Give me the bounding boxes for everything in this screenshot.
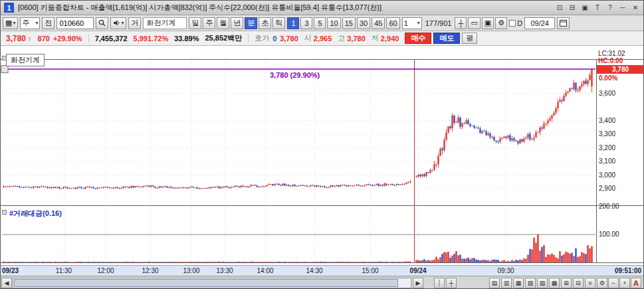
interval-button-5[interactable]: 5 xyxy=(314,17,326,29)
period-button-년[interactable]: 년 xyxy=(231,17,243,29)
chart-scrollbar[interactable] xyxy=(13,278,411,288)
chart-area-icon[interactable]: ▤ xyxy=(489,278,500,288)
scroll-right-button[interactable]: ▶ xyxy=(413,278,423,288)
date-display[interactable]: 09/24 xyxy=(524,17,555,29)
chevron-down-icon: ▾ xyxy=(13,20,15,26)
chart-menu-icon: ▦ xyxy=(5,19,12,27)
limit-price-annotation: 3,780 (29.90%) xyxy=(270,71,320,79)
checkbox-icon[interactable] xyxy=(509,20,516,27)
window-controls: ⊡⊟▣T?─✕ xyxy=(555,3,640,13)
trader-toggle-button[interactable]: 거 xyxy=(128,17,141,29)
scroll-left-button[interactable]: ◀ xyxy=(1,278,12,288)
chart-point-icon[interactable]: ▩ xyxy=(549,278,560,288)
d-checkbox-label: D xyxy=(517,19,522,27)
scrollbar-thumb[interactable] xyxy=(14,279,398,287)
chart-bar-icon[interactable]: ▦ xyxy=(513,278,524,288)
title-bar[interactable]: 1 [0600] 키움종합차트 - 매출액[1,619(억)] 시가총액[832… xyxy=(1,1,643,15)
chart-candle-icon[interactable]: ▥ xyxy=(501,278,512,288)
custom-interval-select[interactable]: 1▾ xyxy=(402,17,422,29)
kiwoom-chart-window: 1 [0600] 키움종합차트 - 매출액[1,619(억)] 시가총액[832… xyxy=(0,0,644,289)
save-chart-icon[interactable]: ▣ xyxy=(482,17,494,29)
axis-end-time: 09:51:00 xyxy=(615,267,641,274)
time-axis-label: 09/23 xyxy=(2,267,19,274)
low-value: 2,940 xyxy=(381,35,399,43)
time-axis-label: 14:30 xyxy=(306,267,322,274)
always-on-top-icon[interactable]: T xyxy=(593,3,602,13)
asset-type-value: 주 xyxy=(22,18,29,28)
search-icon xyxy=(98,19,106,27)
volume-panel-marker[interactable] xyxy=(2,210,7,215)
period-button-초[interactable]: 초 xyxy=(259,17,271,29)
period-button-주[interactable]: 주 xyxy=(203,17,215,29)
lower-limit-distance: LC:31.02 xyxy=(598,50,625,57)
tools-icon[interactable]: ⚙ xyxy=(597,278,607,288)
chart-toolbar: ▦▾ 주▾ 전 ▾ 거 화천기계 일주월년분초틱 1351015304560 1… xyxy=(1,15,643,31)
dropline-icon[interactable]: ┆ xyxy=(434,278,445,288)
chart-settings-icon[interactable]: ⚙ xyxy=(495,17,507,29)
zoom-in-icon[interactable]: ⊞ xyxy=(561,278,572,288)
asset-type-select[interactable]: 주▾ xyxy=(20,17,40,29)
indicator-list-icon[interactable]: ≡ xyxy=(585,278,595,288)
zoom-out-button[interactable]: − xyxy=(608,278,619,288)
copy-window-icon[interactable]: ⊡ xyxy=(555,3,564,13)
crosshair-icon[interactable]: ┼ xyxy=(446,278,457,288)
zoom-out-icon[interactable]: ⊟ xyxy=(573,278,584,288)
avg-button[interactable]: 평 xyxy=(462,33,477,44)
chart-line-icon[interactable]: ▧ xyxy=(525,278,536,288)
panel-divider xyxy=(1,205,644,206)
sell-button[interactable]: 매도 xyxy=(433,33,460,44)
price-axis-label: 3,300 xyxy=(599,130,615,138)
calendar-button[interactable] xyxy=(557,17,570,29)
period-button-일[interactable]: 일 xyxy=(189,17,201,29)
price-axis: LC:31.02 HC:0.00 3,780 0.00% 3,6003,4003… xyxy=(597,46,644,265)
time-axis-label: 13:30 xyxy=(216,267,233,274)
sound-alert-button[interactable]: ▾ xyxy=(110,17,126,29)
volume-ratio: 5,991.72% xyxy=(134,35,169,43)
high-value: 3,780 xyxy=(347,35,366,43)
interval-button-10[interactable]: 10 xyxy=(327,17,340,29)
prev-stock-button[interactable]: 전 xyxy=(42,17,54,29)
buy-button[interactable]: 매수 xyxy=(405,33,431,44)
up-arrow-icon: ↑ xyxy=(28,35,32,43)
minimize-icon[interactable]: ─ xyxy=(618,3,627,13)
stock-code-input[interactable] xyxy=(56,17,94,29)
price-axis-label: 3,100 xyxy=(599,157,615,165)
high-label: 고 xyxy=(338,33,345,43)
period-button-월[interactable]: 월 xyxy=(217,17,229,29)
chevron-down-icon: ▾ xyxy=(121,20,124,26)
open-value: 2,965 xyxy=(314,35,332,43)
custom-interval-value: 1 xyxy=(404,19,408,27)
interval-button-1[interactable]: 1 xyxy=(287,17,299,29)
close-icon[interactable]: ✕ xyxy=(631,3,640,13)
font-size-button[interactable]: A xyxy=(631,278,641,288)
calendar-icon xyxy=(560,19,567,27)
bottom-mid-icons: ┆┼ xyxy=(434,278,457,288)
chart-step-icon[interactable]: ▨ xyxy=(537,278,548,288)
fill-window-icon[interactable]: ▣ xyxy=(580,3,590,13)
snapshot-tool-icon[interactable]: ▭ xyxy=(468,17,480,29)
period-button-분[interactable]: 분 xyxy=(245,17,257,29)
interval-button-60[interactable]: 60 xyxy=(386,17,399,29)
help-icon[interactable]: ? xyxy=(605,3,615,13)
interval-button-45[interactable]: 45 xyxy=(372,17,385,29)
chart-top-frame xyxy=(1,59,644,60)
crosshair-tool-icon[interactable]: ┼ xyxy=(455,17,467,29)
interval-button-30[interactable]: 30 xyxy=(357,17,370,29)
search-button[interactable] xyxy=(96,17,108,29)
bottom-right-icons: ▤▥▦▧▨▩⊞⊟≡⚙ xyxy=(489,278,607,288)
zoom-in-button[interactable]: + xyxy=(619,278,630,288)
interval-button-3[interactable]: 3 xyxy=(300,17,312,29)
d-checkbox[interactable]: D xyxy=(509,19,522,27)
open-label: 시 xyxy=(304,33,312,43)
time-axis-label: 09/24 xyxy=(409,267,426,274)
volume-axis-label: 200.00 xyxy=(599,203,619,211)
dock-window-icon[interactable]: ⊟ xyxy=(568,3,577,13)
interval-button-group: 1351015304560 xyxy=(287,17,399,29)
price-axis-label: 3,400 xyxy=(599,117,615,125)
period-button-틱[interactable]: 틱 xyxy=(272,17,285,29)
stock-name-display: 화천기계 xyxy=(143,17,187,29)
volume-panel-legend: #거래대금(0.16) xyxy=(9,209,62,219)
interval-button-15[interactable]: 15 xyxy=(342,17,356,29)
chart-menu-button[interactable]: ▦▾ xyxy=(3,17,18,29)
time-axis-label: 15:00 xyxy=(362,267,378,274)
